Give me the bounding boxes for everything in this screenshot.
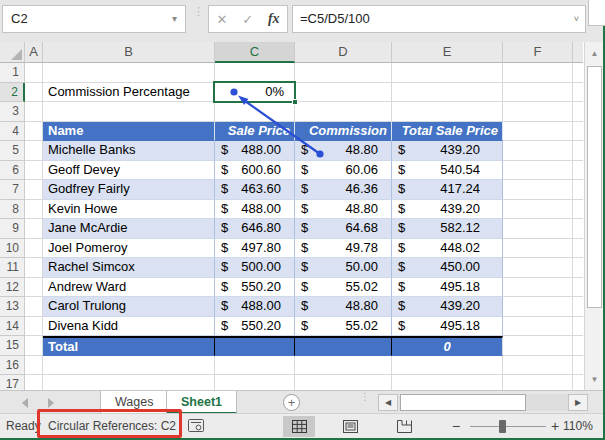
cell[interactable]: [503, 83, 573, 103]
row-header-5[interactable]: 5: [0, 141, 25, 161]
cell[interactable]: [25, 200, 43, 220]
cell-sale-price[interactable]: $500.00: [215, 258, 295, 278]
cell-total[interactable]: $448.02: [392, 239, 503, 259]
column-header-f[interactable]: F: [503, 42, 573, 63]
cell[interactable]: [392, 63, 503, 83]
cell[interactable]: [503, 336, 573, 356]
cell[interactable]: [503, 219, 573, 239]
cell[interactable]: [25, 258, 43, 278]
name-box-dropdown-icon[interactable]: ▾: [172, 6, 177, 32]
cell[interactable]: [503, 239, 573, 259]
row-header-4[interactable]: 4: [0, 122, 25, 142]
page-layout-view-button[interactable]: [334, 416, 366, 437]
cell[interactable]: [503, 63, 573, 83]
cell-total[interactable]: $439.20: [392, 200, 503, 220]
cell[interactable]: [215, 63, 295, 83]
cell[interactable]: [215, 102, 295, 122]
cell[interactable]: [392, 375, 503, 390]
table-header-name[interactable]: Name: [43, 122, 215, 142]
cell[interactable]: [295, 336, 392, 356]
cell-sale-price[interactable]: $646.80: [215, 219, 295, 239]
cell-name[interactable]: Kevin Howe: [43, 200, 215, 220]
cell[interactable]: [503, 141, 573, 161]
cell[interactable]: [25, 356, 43, 376]
horizontal-scrollbar[interactable]: [399, 394, 569, 411]
cell[interactable]: [43, 63, 215, 83]
cell-total-label[interactable]: Total: [43, 336, 215, 356]
cell[interactable]: [25, 122, 43, 142]
cell[interactable]: [392, 356, 503, 376]
row-header-15[interactable]: 15: [0, 336, 25, 356]
zoom-level-label[interactable]: 110%: [563, 419, 593, 433]
cell[interactable]: [503, 375, 573, 390]
cell-commission[interactable]: $50.00: [295, 258, 392, 278]
scroll-down-icon[interactable]: ▼: [586, 370, 603, 390]
cell-sale-price[interactable]: $488.00: [215, 141, 295, 161]
cell[interactable]: [295, 102, 392, 122]
cell-name[interactable]: Michelle Banks: [43, 141, 215, 161]
cell[interactable]: [25, 336, 43, 356]
cell[interactable]: [503, 122, 573, 142]
cell-commission[interactable]: $64.68: [295, 219, 392, 239]
row-header-13[interactable]: 13: [0, 297, 25, 317]
expand-formula-bar-icon[interactable]: ˅: [574, 6, 579, 32]
cell-commission[interactable]: $49.78: [295, 239, 392, 259]
cell-total[interactable]: $540.54: [392, 161, 503, 181]
cell-sale-price[interactable]: $550.20: [215, 278, 295, 298]
cell-name[interactable]: Joel Pomeroy: [43, 239, 215, 259]
cell[interactable]: [503, 297, 573, 317]
cell[interactable]: [503, 258, 573, 278]
cell-name[interactable]: Godfrey Fairly: [43, 180, 215, 200]
cell-commission[interactable]: $46.36: [295, 180, 392, 200]
vertical-scrollbar[interactable]: ▲ ▼: [584, 42, 603, 390]
cell-total-value[interactable]: 0: [392, 336, 503, 356]
column-header-c[interactable]: C: [215, 42, 295, 63]
cell[interactable]: [295, 356, 392, 376]
cell-b2-commission-percentage-label[interactable]: Commission Percentage: [43, 83, 215, 103]
row-header-10[interactable]: 10: [0, 239, 25, 259]
column-header-a[interactable]: A: [25, 42, 43, 63]
zoom-out-icon[interactable]: −: [452, 418, 460, 434]
enter-icon[interactable]: ✓: [242, 12, 253, 27]
cell[interactable]: [25, 83, 43, 103]
cell-name[interactable]: Carol Trulong: [43, 297, 215, 317]
cell-commission[interactable]: $48.80: [295, 297, 392, 317]
cell-total[interactable]: $582.12: [392, 219, 503, 239]
cell[interactable]: [25, 161, 43, 181]
cell[interactable]: [215, 356, 295, 376]
cell-total[interactable]: $450.00: [392, 258, 503, 278]
cancel-icon[interactable]: ✕: [216, 12, 227, 27]
zoom-in-icon[interactable]: +: [551, 418, 559, 434]
cell-total[interactable]: $495.18: [392, 317, 503, 337]
cell[interactable]: [25, 278, 43, 298]
row-header-1[interactable]: 1: [0, 63, 25, 83]
cell-name[interactable]: Jane McArdie: [43, 219, 215, 239]
scroll-up-icon[interactable]: ▲: [586, 44, 603, 64]
normal-view-button[interactable]: [283, 416, 315, 437]
cell[interactable]: [43, 356, 215, 376]
cell-sale-price[interactable]: $497.80: [215, 239, 295, 259]
fill-handle[interactable]: [292, 99, 298, 105]
hscroll-left-icon[interactable]: ◀: [378, 394, 398, 411]
column-header-b[interactable]: B: [43, 42, 215, 63]
row-header-14[interactable]: 14: [0, 317, 25, 337]
page-break-preview-button[interactable]: [388, 416, 420, 437]
cell[interactable]: [25, 180, 43, 200]
cell-commission[interactable]: $55.02: [295, 317, 392, 337]
zoom-slider-thumb[interactable]: [499, 420, 506, 433]
prev-sheet-icon[interactable]: [22, 398, 28, 408]
table-header-total-sale-price[interactable]: Total Sale Price: [392, 122, 503, 142]
cell[interactable]: [25, 239, 43, 259]
row-header-17[interactable]: 17: [0, 375, 25, 390]
cell-name[interactable]: Rachel Simcox: [43, 258, 215, 278]
vertical-scrollbar-thumb[interactable]: [587, 66, 602, 308]
cell-total[interactable]: $495.18: [392, 278, 503, 298]
cell[interactable]: [25, 375, 43, 390]
row-header-3[interactable]: 3: [0, 102, 25, 122]
zoom-slider-track[interactable]: [470, 426, 546, 427]
horizontal-scrollbar-thumb[interactable]: [400, 394, 526, 411]
name-box[interactable]: C2 ▾: [2, 5, 186, 33]
row-header-12[interactable]: 12: [0, 278, 25, 298]
cell-sale-price[interactable]: $488.00: [215, 297, 295, 317]
cell[interactable]: [25, 317, 43, 337]
